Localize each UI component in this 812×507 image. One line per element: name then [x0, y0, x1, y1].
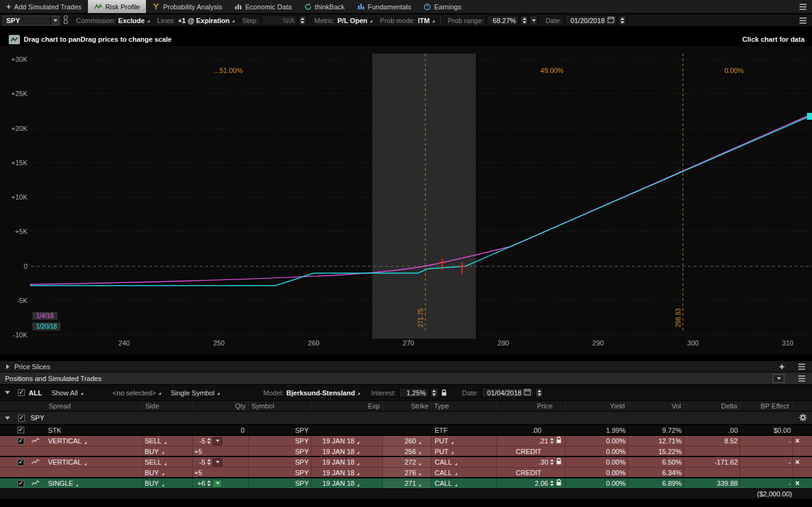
col-type[interactable]: Type — [432, 401, 497, 411]
type-cell[interactable]: PUT — [432, 436, 497, 446]
group-collapse-chevron-icon[interactable] — [5, 417, 10, 420]
qty-cell[interactable]: -5 — [193, 436, 249, 446]
qty-dropdown[interactable] — [213, 437, 222, 445]
qty-value[interactable]: +6 — [197, 480, 205, 487]
close-icon[interactable]: × — [795, 437, 800, 445]
row-checkbox[interactable]: ✓ — [17, 438, 24, 445]
tab-earnings[interactable]: Earnings — [417, 0, 467, 13]
lock-icon[interactable] — [556, 437, 562, 445]
exp-cell[interactable]: 19 JAN 18 — [311, 436, 383, 446]
pan-chart-icon[interactable] — [9, 35, 20, 44]
qty-value[interactable]: -5 — [199, 437, 205, 445]
close-icon[interactable]: × — [795, 480, 800, 487]
commission-dropdown[interactable]: Exclude — [118, 17, 150, 24]
position-chart-icon[interactable] — [31, 438, 40, 444]
tab-risk-profile[interactable]: Risk Profile — [88, 0, 147, 13]
interest-stepper[interactable] — [430, 388, 438, 398]
col-side[interactable]: Side — [143, 401, 193, 411]
price-cell[interactable]: 2.06 — [497, 478, 566, 488]
prob-range-input[interactable]: 68.27% — [486, 16, 519, 26]
calendar-icon[interactable] — [524, 389, 531, 397]
qty-cell[interactable]: +5 — [193, 447, 249, 456]
pricing-date-input[interactable]: 01/04/2018 — [481, 388, 534, 398]
qty-value[interactable]: -5 — [199, 458, 205, 466]
metric-dropdown[interactable]: P/L Open — [337, 17, 372, 24]
add-slice-icon[interactable]: + — [779, 362, 785, 371]
price-value[interactable]: .30 — [539, 458, 548, 466]
toolbar-menu-icon[interactable] — [800, 17, 806, 24]
qty-stepper[interactable] — [207, 480, 211, 486]
exp-cell[interactable]: 19 JAN 18 — [311, 478, 383, 488]
price-value[interactable]: .21 — [539, 437, 548, 445]
group-checkbox[interactable]: ✓ — [18, 415, 25, 422]
lines-dropdown[interactable]: +1 @ Expiration — [178, 17, 234, 24]
col-spread[interactable]: Spread — [46, 401, 143, 411]
spread-type-cell[interactable]: VERTICAL — [46, 457, 143, 467]
date-input[interactable]: 01/20/2018 — [565, 16, 617, 26]
exp-cell[interactable]: 19 JAN 18 — [311, 468, 383, 477]
calendar-icon[interactable] — [607, 16, 614, 24]
strike-cell[interactable]: 272 — [383, 457, 432, 467]
risk-profile-chart[interactable]: +30K +25K +20K +15K +10K +5K 0 -5K -10K … — [0, 46, 812, 354]
col-vol[interactable]: Vol — [628, 401, 684, 411]
qty-stepper[interactable] — [207, 459, 211, 465]
qty-stepper[interactable] — [207, 438, 211, 444]
symbol-combobox[interactable]: SPY — [2, 16, 60, 26]
model-dropdown[interactable]: Bjerksund-Stensland — [286, 389, 360, 397]
prob-range-dropdown[interactable] — [529, 16, 538, 26]
lock-icon[interactable] — [556, 479, 562, 488]
table-row[interactable]: BUY +5 SPY 19 JAN 18 256 PUT CREDIT 0.00… — [0, 446, 812, 456]
type-cell[interactable]: CALL — [432, 478, 497, 488]
tab-thinkback[interactable]: thinkBack — [298, 0, 351, 13]
qty-cell[interactable]: +5 — [193, 468, 249, 477]
date-stepper[interactable] — [619, 16, 627, 26]
pricing-date-stepper[interactable] — [535, 388, 543, 398]
exp-cell[interactable]: 19 JAN 18 — [311, 447, 383, 456]
strike-cell[interactable]: 260 — [383, 436, 432, 446]
side-cell[interactable]: BUY — [143, 478, 193, 488]
risk-profile-chart-area[interactable]: +30K +25K +20K +15K +10K +5K 0 -5K -10K … — [0, 46, 812, 354]
probability-slice-line[interactable]: 298.93 — [675, 54, 683, 332]
step-input[interactable]: N/A — [261, 16, 297, 26]
row-checkbox[interactable]: ✓ — [17, 459, 24, 466]
panel-menu-icon[interactable] — [800, 4, 806, 10]
link-icon[interactable] — [63, 15, 69, 26]
positions-menu-icon[interactable] — [798, 375, 805, 382]
price-stepper[interactable] — [550, 480, 554, 486]
type-cell[interactable]: CALL — [432, 468, 497, 477]
row-checkbox[interactable]: ✓ — [17, 427, 24, 433]
price-slices-title[interactable]: Price Slices — [14, 363, 50, 370]
tab-economic-data[interactable]: Economic Data — [228, 0, 298, 13]
type-cell[interactable]: CALL — [432, 457, 497, 467]
table-row[interactable]: ✓ SINGLE BUY +6 SPY 19 JAN 18 271 CALL 2… — [0, 478, 812, 488]
interest-input[interactable]: 1.25% — [399, 388, 429, 398]
prob-range-stepper[interactable] — [520, 16, 528, 26]
table-row[interactable]: BUY +5 SPY 19 JAN 18 276 CALL CREDIT 0.0… — [0, 467, 812, 477]
side-cell[interactable]: BUY — [143, 447, 193, 456]
strike-cell[interactable]: 271 — [383, 478, 432, 488]
gear-icon[interactable] — [799, 413, 807, 423]
row-checkbox[interactable]: ✓ — [17, 480, 24, 487]
expand-chevron-icon[interactable] — [6, 364, 9, 369]
qty-cell[interactable]: +6 — [193, 478, 249, 488]
table-row[interactable]: ✓ VERTICAL SELL -5 SPY 19 JAN 18 260 PUT… — [0, 436, 812, 446]
col-bp-effect[interactable]: BP Effect — [740, 401, 793, 411]
chevron-down-icon[interactable] — [51, 16, 59, 25]
type-cell[interactable]: PUT — [432, 447, 497, 456]
col-exp[interactable]: Exp — [311, 401, 383, 411]
collapse-chevron-icon[interactable] — [5, 391, 10, 394]
spread-type-cell[interactable]: VERTICAL — [46, 436, 143, 446]
symbol-group-row[interactable]: ✓ SPY — [0, 412, 812, 425]
table-row[interactable]: ✓ VERTICAL SELL -5 SPY 19 JAN 18 272 CAL… — [0, 457, 812, 467]
side-cell[interactable]: SELL — [143, 457, 193, 467]
step-stepper[interactable] — [299, 16, 307, 26]
lock-icon[interactable] — [556, 458, 562, 466]
strike-cell[interactable]: 256 — [383, 447, 432, 456]
col-qty[interactable]: Qty — [193, 401, 249, 411]
qty-dropdown[interactable] — [213, 458, 222, 466]
side-cell[interactable]: BUY — [143, 468, 193, 477]
col-delta[interactable]: Delta — [684, 401, 740, 411]
exp-cell[interactable]: 19 JAN 18 — [311, 457, 383, 467]
prob-mode-dropdown[interactable]: ITM — [418, 17, 435, 24]
side-cell[interactable]: SELL — [143, 436, 193, 446]
